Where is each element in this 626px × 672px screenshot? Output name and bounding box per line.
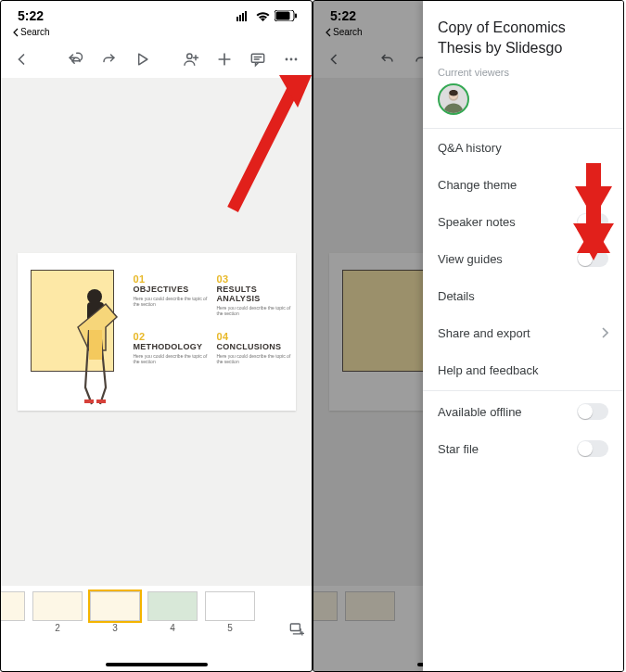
menu-view-guides[interactable]: View guides [423,240,623,277]
play-icon[interactable] [133,50,151,69]
menu-change-theme[interactable]: Change theme [423,166,623,203]
toggle-speaker-notes[interactable] [577,213,608,230]
menu-details[interactable]: Details [423,277,623,314]
thumb-5[interactable] [205,591,255,621]
svg-rect-15 [290,624,300,631]
slide-canvas[interactable]: 01 OBJECTIVES Here you could describe th… [18,253,296,411]
status-icons [236,10,297,21]
slide-block-1: 01 OBJECTIVES Here you could describe th… [134,273,208,316]
undo-icon[interactable] [66,50,84,69]
home-indicator[interactable] [106,663,208,666]
new-slide-icon[interactable] [287,619,306,638]
redo-icon[interactable] [99,50,118,69]
viewer-avatar[interactable] [438,83,469,115]
back-icon[interactable] [12,50,31,69]
menu-speaker-notes[interactable]: Speaker notes [423,203,623,240]
toggle-view-guides[interactable] [577,250,608,267]
thumb-1[interactable] [1,591,25,621]
thumb-3[interactable] [90,591,140,621]
svg-rect-6 [295,14,297,19]
menu-star-file[interactable]: Star file [423,430,623,467]
svg-rect-8 [251,54,263,62]
slide-illustration-person [69,285,134,406]
svg-point-12 [87,289,102,304]
slide-block-2: 02 METHODOLOGY Here you could describe t… [134,331,208,364]
menu-share-export[interactable]: Share and export [423,314,623,351]
clock: 5:22 [18,8,44,23]
slide-editor[interactable]: 01 OBJECTIVES Here you could describe th… [1,78,312,586]
toggle-star[interactable] [577,440,608,457]
current-viewers-label: Current viewers [423,67,623,83]
svg-rect-0 [236,17,238,21]
side-sheet: Copy of Economics Thesis by Slidesgo Cur… [423,1,623,671]
toggle-offline[interactable] [577,403,608,420]
back-to-search[interactable]: Search [1,27,312,41]
menu-qa-history[interactable]: Q&A history [423,129,623,166]
svg-point-7 [187,54,192,58]
thumb-2[interactable] [32,591,83,621]
menu-list: Q&A history Change theme Speaker notes V… [423,128,623,467]
toolbar [1,41,312,78]
thumbnail-strip[interactable]: 2 3 4 5 [1,586,312,658]
phone-right: 5:22 Search Copy of Economics Thesis by … [313,0,624,672]
svg-point-9 [286,58,288,61]
svg-rect-1 [239,15,241,21]
slide-block-3: 03 RESULTS ANALYSIS Here you could descr… [217,273,291,316]
svg-rect-3 [245,11,247,21]
plus-icon[interactable] [215,50,234,69]
svg-rect-5 [276,12,290,20]
svg-rect-2 [242,13,244,21]
add-person-icon[interactable] [182,50,200,69]
slide-block-4: 04 CONCLUSIONS Here you could describe t… [217,331,291,364]
svg-point-11 [295,58,298,61]
phone-left: 5:22 Search [0,0,313,672]
sheet-title: Copy of Economics Thesis by Slidesgo [423,1,623,67]
comment-icon[interactable] [249,50,267,69]
menu-available-offline[interactable]: Available offline [423,393,623,430]
thumb-4[interactable] [147,591,198,621]
more-icon[interactable] [282,50,300,69]
menu-help-feedback[interactable]: Help and feedback [423,351,623,388]
chevron-right-icon [601,327,608,338]
svg-rect-14 [89,330,102,360]
svg-point-10 [290,58,293,61]
status-bar: 5:22 [1,1,312,27]
